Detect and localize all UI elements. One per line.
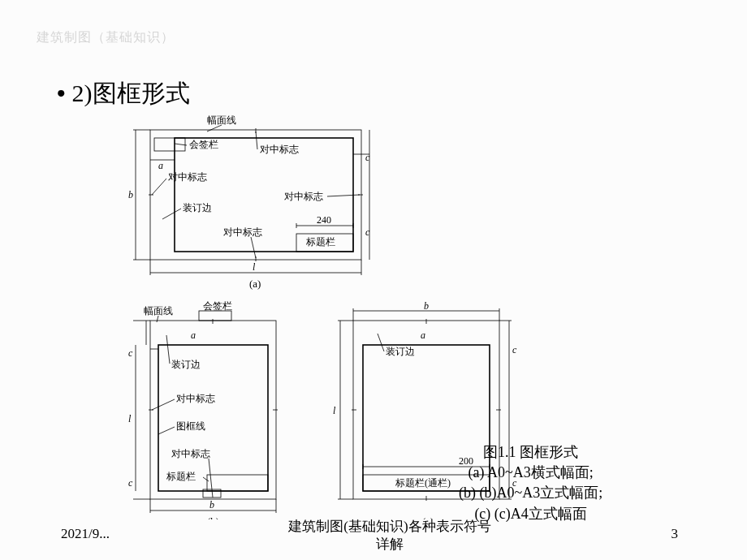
- b-caption: (b): [207, 515, 219, 519]
- c-dim-l: l: [333, 405, 336, 416]
- section-heading: •2)图框形式: [57, 77, 190, 110]
- c-label-zhuangding: 装订边: [386, 346, 415, 357]
- b-label-biaoti: 标题栏: [166, 471, 196, 482]
- bullet-dot: •: [57, 80, 66, 106]
- c-dim-a: a: [421, 330, 425, 341]
- a-label-duizhong-bottom: 对中标志: [223, 226, 262, 238]
- svg-line-29: [158, 427, 175, 434]
- b-dim-b: b: [209, 499, 214, 510]
- c-dim-b: b: [424, 300, 429, 312]
- a-dim-l: l: [253, 261, 256, 273]
- heading-text: 2)图框形式: [72, 80, 190, 106]
- a-label-fumen: 幅面线: [207, 114, 236, 126]
- svg-line-44: [378, 334, 384, 351]
- svg-line-27: [166, 335, 170, 364]
- a-dim-b: b: [128, 189, 133, 200]
- b-label-zhuangding: 装订边: [171, 359, 201, 370]
- b-label-duizhong2: 对中标志: [171, 448, 210, 459]
- b-label-huiqian: 会签栏: [203, 300, 232, 312]
- a-inner-frame: [175, 138, 353, 252]
- svg-line-31: [203, 477, 209, 481]
- svg-line-26: [157, 316, 158, 322]
- b-label-tukuang: 图框线: [176, 420, 205, 432]
- caption-line-a: (a) A0~A3横式幅面;: [459, 463, 602, 483]
- svg-line-4: [207, 125, 222, 131]
- svg-line-7: [152, 179, 166, 195]
- svg-line-8: [327, 195, 360, 196]
- b-title-block: [207, 475, 268, 491]
- diagram-a: 幅面线 会签栏 对中标志 对中标志 对中标志 装订边 对中标志 标题栏 240 …: [128, 114, 370, 290]
- a-caption: (a): [249, 278, 261, 290]
- a-dim-a: a: [158, 160, 163, 171]
- b-dim-c-bot: c: [128, 477, 133, 489]
- a-label-zhuangding: 装订边: [183, 202, 212, 213]
- svg-line-6: [256, 131, 257, 149]
- footer-center: 建筑制图(基础知识)各种表示符号详解: [244, 518, 536, 554]
- b-signature-block: [199, 311, 231, 321]
- svg-line-10: [251, 237, 256, 258]
- a-dim-240: 240: [317, 214, 331, 226]
- a-dim-c-top: c: [365, 152, 370, 163]
- caption-line-b: (b) (b)A0~A3立式幅面;: [459, 483, 602, 503]
- svg-line-9: [162, 209, 181, 219]
- b-dim-c-top: c: [128, 347, 133, 359]
- c-label-biaoti: 标题栏(通栏): [395, 477, 451, 489]
- caption-title: 图1.1 图框形式: [459, 442, 602, 463]
- b-dim-a: a: [191, 330, 196, 341]
- a-label-duizhong-left: 对中标志: [168, 171, 207, 183]
- svg-line-28: [152, 399, 175, 410]
- header-faint-text: 建筑制图（基础知识）: [37, 29, 175, 46]
- footer-page-number: 3: [671, 526, 679, 542]
- a-label-biaoti: 标题栏: [305, 236, 335, 248]
- c-dim-c-top: c: [512, 344, 517, 355]
- a-label-duizhong-top: 对中标志: [260, 144, 299, 155]
- b-dim-l: l: [128, 413, 132, 424]
- b-label-duizhong: 对中标志: [176, 393, 215, 404]
- a-dim-c-bottom: c: [365, 226, 370, 238]
- a-label-huiqian: 会签栏: [189, 139, 218, 150]
- footer-date: 2021/9...: [61, 526, 110, 542]
- figure-caption: 图1.1 图框形式 (a) A0~A3横式幅面; (b) (b)A0~A3立式幅…: [459, 442, 602, 524]
- b-label-fumen: 幅面线: [144, 305, 173, 317]
- a-label-duizhong-right: 对中标志: [284, 191, 323, 202]
- diagram-b: 幅面线 会签栏 装订边 对中标志 图框线 对中标志 标题栏 a c c: [128, 300, 278, 519]
